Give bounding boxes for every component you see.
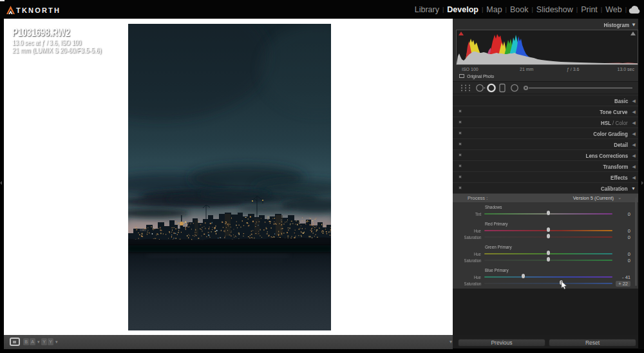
svg-text:▾: ▾ bbox=[55, 339, 58, 344]
svg-text:▾: ▾ bbox=[37, 339, 40, 344]
svg-text:▾: ▾ bbox=[450, 339, 452, 345]
svg-text:B: B bbox=[24, 339, 28, 344]
svg-text:Y: Y bbox=[49, 339, 52, 344]
svg-text:A: A bbox=[31, 339, 34, 344]
svg-text:Y: Y bbox=[43, 339, 46, 344]
